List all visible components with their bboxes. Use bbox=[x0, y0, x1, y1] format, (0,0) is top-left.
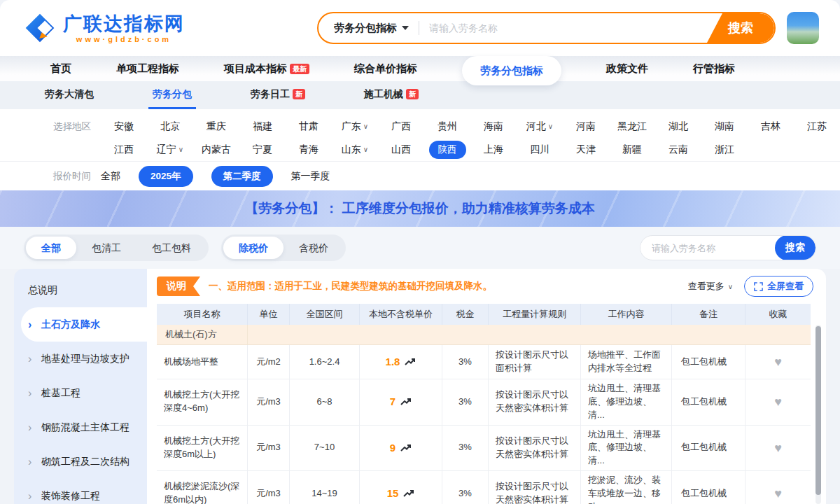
cell-work-content: 场地推平、工作面内排水等全过程 bbox=[581, 345, 672, 379]
region-item-label: 山东 bbox=[342, 144, 361, 156]
region-item[interactable]: 广西 ∨ bbox=[378, 120, 424, 133]
nav-item[interactable]: 首页 bbox=[50, 56, 71, 81]
cell-calc-rule: 按设计图示尺寸以天然密实体积计算 bbox=[489, 471, 581, 504]
nav-item[interactable]: 综合单价指标 bbox=[354, 56, 417, 81]
region-item[interactable]: 天津 ∨ bbox=[563, 141, 609, 159]
scope-segment[interactable]: 包清工 bbox=[76, 237, 136, 259]
region-item-label: 河北 bbox=[526, 120, 546, 133]
time-filter-option[interactable]: 2025年 bbox=[139, 166, 193, 187]
region-item[interactable]: 河北 ∨ bbox=[517, 120, 563, 133]
scope-segment[interactable]: 全部 bbox=[26, 237, 76, 259]
table-row: 机械挖土方(大开挖深度6m以上) 元/m3 7~10 9 3% bbox=[157, 426, 811, 472]
scope-segment[interactable]: 包工包料 bbox=[136, 237, 206, 259]
region-item-label: 上海 bbox=[484, 144, 503, 156]
sidebar-item[interactable]: › 钢筋混凝土主体工程 bbox=[14, 410, 147, 444]
cell-unit: 元/m3 bbox=[248, 471, 290, 504]
note-row: 说明 一、适用范围：适用于工业，民建类型建筑的基础开挖回填及降水。 查看更多 ∨… bbox=[147, 274, 826, 298]
note-badge: 说明 bbox=[157, 276, 200, 296]
region-item[interactable]: 陕西 ∨ bbox=[424, 141, 470, 159]
nav-item[interactable]: 单项工程指标 bbox=[116, 56, 179, 81]
region-item[interactable]: 重庆 ∨ bbox=[193, 120, 239, 133]
price-table: 项目名称单位全国区间本地不含税单价税金工程量计算规则工作内容备注收藏 机械土(石… bbox=[157, 304, 811, 504]
cell-local-price: 1.8 bbox=[360, 345, 442, 379]
time-filter-option[interactable]: 第一季度 bbox=[291, 170, 330, 183]
region-item-label: 贵州 bbox=[438, 120, 457, 133]
tax-segment[interactable]: 含税价 bbox=[284, 237, 344, 259]
heart-icon[interactable]: ♥ bbox=[774, 484, 782, 503]
chevron-right-icon: › bbox=[28, 456, 35, 468]
region-item-label: 江西 bbox=[114, 144, 134, 156]
subnav-item[interactable]: 劳务分包 bbox=[148, 81, 196, 109]
time-filter-option[interactable]: 全部 bbox=[101, 170, 120, 183]
region-item[interactable]: 山东 ∨ bbox=[332, 141, 378, 159]
region-item[interactable]: 甘肃 ∨ bbox=[286, 120, 332, 133]
header-search-input[interactable] bbox=[429, 22, 707, 34]
region-item[interactable]: 海南 ∨ bbox=[470, 120, 517, 133]
region-item[interactable]: 内蒙古 ∨ bbox=[193, 141, 239, 159]
table-group-row: 机械土(石)方 bbox=[157, 325, 811, 345]
logo[interactable]: 广联达指标网 www·gldzb·com bbox=[24, 12, 185, 44]
tax-segment[interactable]: 除税价 bbox=[223, 237, 284, 259]
subnav-item-label: 劳务大清包 bbox=[45, 88, 94, 101]
heart-icon[interactable]: ♥ bbox=[774, 353, 782, 371]
region-item[interactable]: 北京 ∨ bbox=[147, 120, 193, 133]
nav-item[interactable]: 政策文件 bbox=[606, 56, 648, 81]
region-item[interactable]: 贵州 ∨ bbox=[424, 120, 470, 133]
scrollbar-thumb[interactable] bbox=[816, 326, 821, 495]
region-item[interactable]: 四川 ∨ bbox=[517, 141, 563, 159]
chevron-right-icon: › bbox=[28, 490, 35, 503]
fullscreen-button[interactable]: 全屏查看 bbox=[744, 276, 813, 297]
cell-work-content: 坑边甩土、清理基底、修理边坡、清... bbox=[581, 379, 672, 425]
sidebar-item[interactable]: › 砌筑工程及二次结构 bbox=[14, 444, 147, 479]
sidebar-item[interactable]: › 土石方及降水 bbox=[21, 307, 147, 342]
region-item-label: 浙江 bbox=[715, 144, 734, 156]
region-item[interactable]: 湖南 ∨ bbox=[701, 120, 748, 133]
region-item[interactable]: 广东 ∨ bbox=[332, 120, 378, 133]
price-value: 15 bbox=[387, 486, 399, 501]
region-item[interactable]: 安徽 ∨ bbox=[101, 120, 147, 133]
region-item-label: 江苏 bbox=[807, 120, 827, 133]
subnav-item[interactable]: 劳务日工 新 bbox=[246, 81, 309, 109]
nav-item-label: 政策文件 bbox=[606, 56, 648, 81]
region-item[interactable]: 黑龙江 ∨ bbox=[609, 120, 655, 133]
region-item[interactable]: 青海 ∨ bbox=[286, 141, 332, 159]
header-search-button[interactable]: 搜索 bbox=[707, 13, 774, 43]
table-search-input[interactable] bbox=[640, 243, 775, 253]
nav-item[interactable]: 项目成本指标 最新 bbox=[224, 56, 309, 81]
cell-favorite: ♥ bbox=[746, 426, 811, 471]
search-category-dropdown[interactable]: 劳务分包指标 bbox=[318, 22, 409, 35]
sidebar-item[interactable]: › 总说明 bbox=[14, 273, 147, 307]
nav-item[interactable]: 行管指标 bbox=[693, 56, 735, 81]
cell-project-name: 机械挖土方(大开挖深度6m以上) bbox=[157, 426, 248, 471]
sidebar-item[interactable]: › 装饰装修工程 bbox=[14, 479, 147, 504]
region-item[interactable]: 江西 ∨ bbox=[101, 141, 147, 159]
subnav-item-label: 劳务日工 bbox=[251, 88, 290, 101]
sidebar-item[interactable]: › 地基处理与边坡支护 bbox=[14, 342, 147, 376]
region-item[interactable]: 浙江 ∨ bbox=[701, 141, 748, 159]
subnav-item[interactable]: 劳务大清包 bbox=[41, 81, 98, 109]
time-filter-option[interactable]: 第二季度 bbox=[211, 166, 273, 187]
heart-icon[interactable]: ♥ bbox=[774, 393, 782, 411]
nav-item-label: 行管指标 bbox=[693, 56, 735, 81]
region-item[interactable]: 辽宁 ∨ bbox=[147, 141, 193, 159]
sidebar-item[interactable]: › 桩基工程 bbox=[14, 376, 147, 410]
avatar[interactable] bbox=[787, 12, 819, 44]
region-item-label: 山西 bbox=[391, 144, 411, 156]
view-more-link[interactable]: 查看更多 ∨ bbox=[688, 280, 733, 293]
region-item[interactable]: 福建 ∨ bbox=[239, 120, 286, 133]
region-item[interactable]: 吉林 ∨ bbox=[748, 120, 794, 133]
cell-unit: 元/m2 bbox=[248, 345, 290, 379]
nav-item[interactable]: 劳务分包指标 bbox=[462, 56, 561, 85]
chevron-right-icon: › bbox=[28, 387, 35, 400]
region-item[interactable]: 山西 ∨ bbox=[378, 141, 424, 159]
region-item[interactable]: 河南 ∨ bbox=[563, 120, 609, 133]
region-item[interactable]: 上海 ∨ bbox=[470, 141, 517, 159]
table-search-button[interactable]: 搜索 bbox=[775, 235, 816, 260]
region-item[interactable]: 云南 ∨ bbox=[655, 141, 701, 159]
region-item[interactable]: 湖北 ∨ bbox=[655, 120, 701, 133]
subnav-item[interactable]: 施工机械 新 bbox=[360, 81, 423, 109]
heart-icon[interactable]: ♥ bbox=[774, 439, 782, 457]
region-item[interactable]: 江苏 ∨ bbox=[794, 120, 840, 133]
region-item[interactable]: 新疆 ∨ bbox=[609, 141, 655, 159]
region-item[interactable]: 宁夏 ∨ bbox=[239, 141, 286, 159]
